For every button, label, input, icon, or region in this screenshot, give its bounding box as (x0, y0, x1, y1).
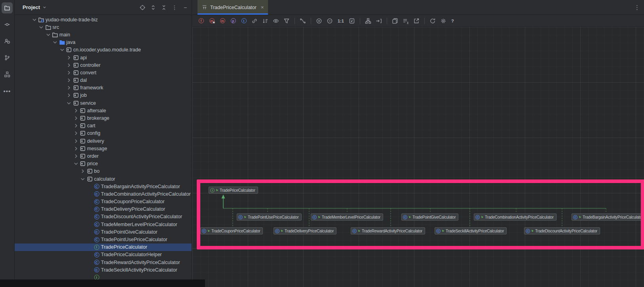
tree-item-brokerage[interactable]: brokerage (15, 114, 192, 122)
package-icon (79, 153, 86, 159)
more-tools-button[interactable]: ••• (2, 85, 13, 96)
project-panel-title[interactable]: Project (23, 4, 40, 10)
locate-file-button[interactable] (139, 4, 146, 11)
tree-item-aftersale[interactable]: aftersale (15, 107, 192, 114)
chevron-expanded-icon[interactable] (80, 176, 86, 182)
show-properties-toggle[interactable]: p (230, 17, 237, 25)
tree-item-tradepointusepricecalculator[interactable]: CTradePointUsePriceCalculator (15, 236, 192, 243)
tree-item-main[interactable]: main (15, 31, 192, 38)
chevron-down-icon[interactable] (42, 5, 47, 9)
tree-item-convert[interactable]: convert (15, 69, 192, 76)
tree-item-api[interactable]: api (15, 54, 192, 61)
chevron-expanded-icon[interactable] (72, 160, 79, 167)
tree-item-tradepointgivecalculator[interactable]: CTradePointGiveCalculator (15, 228, 192, 236)
options-kebab-button[interactable]: ⋮ (171, 4, 178, 11)
chevron-expanded-icon[interactable] (45, 32, 51, 38)
tree-item-label: TradeDiscountActivityPriceCalculator (101, 214, 182, 219)
close-tab-icon[interactable]: × (261, 4, 264, 10)
chevron-collapsed-icon[interactable] (72, 123, 79, 129)
diagram-canvas[interactable]: ITradePriceCalculatorCTradePointUsePrice… (192, 27, 644, 287)
chevron-collapsed-icon[interactable] (66, 92, 72, 98)
tree-item-tradecouponpricecalculator[interactable]: CTradeCouponPriceCalculator (15, 198, 192, 206)
tree-item-service[interactable]: service (15, 99, 192, 107)
tree-item-bo[interactable]: bo (15, 168, 192, 175)
chevron-expanded-icon[interactable] (38, 24, 45, 30)
chevron-collapsed-icon[interactable] (66, 55, 72, 61)
sort-members-button[interactable] (262, 17, 269, 25)
version-control-tool-button[interactable] (2, 52, 13, 63)
chevron-collapsed-icon[interactable] (80, 168, 86, 174)
expand-all-button[interactable] (150, 4, 156, 11)
tree-item-tradecombinationactivitypricecalculator[interactable]: CTradeCombinationActivityPriceCalculator (15, 190, 192, 198)
chevron-collapsed-icon[interactable] (72, 138, 79, 144)
chevron-expanded-icon[interactable] (52, 39, 59, 45)
tree-item-tradedeliverypricecalculator[interactable]: CTradeDeliveryPriceCalculator (15, 206, 192, 213)
copy-diagram-button[interactable] (391, 17, 399, 25)
help-button[interactable]: ? (450, 17, 455, 25)
collapse-all-button[interactable] (161, 4, 167, 11)
tree-item-tradediscountactivitypricecalculator[interactable]: CTradeDiscountActivityPriceCalculator (15, 213, 192, 221)
chevron-collapsed-icon[interactable] (72, 153, 79, 159)
tree-item-src[interactable]: src (15, 23, 192, 31)
tree-item-controller[interactable]: controller (15, 61, 192, 69)
edge-creation-mode-button[interactable] (299, 17, 306, 25)
package-icon (72, 70, 80, 76)
tree-item-tradememberlevelpricecalculator[interactable]: CTradeMemberLevelPriceCalculator (15, 221, 192, 228)
tree-item-label: bo (94, 168, 100, 174)
tab-trade-price-calculator[interactable]: TradePriceCalculator × (198, 0, 268, 15)
project-tool-button[interactable] (2, 2, 13, 13)
tree-item-message[interactable]: message (15, 145, 192, 152)
chevron-collapsed-icon[interactable] (72, 130, 79, 136)
show-inner-classes-toggle[interactable]: I (240, 17, 247, 25)
chevron-collapsed-icon[interactable] (66, 70, 72, 76)
show-node-details-button[interactable] (402, 17, 409, 25)
zoom-in-button[interactable] (315, 17, 323, 25)
tree-item-tradebargainactivitypricecalculator[interactable]: CTradeBargainActivityPriceCalculator (15, 183, 192, 190)
apply-layout-button[interactable] (365, 17, 372, 25)
learn-tool-button[interactable] (2, 36, 13, 47)
chevron-collapsed-icon[interactable] (66, 77, 72, 83)
tree-item-yudao-module-trade-biz[interactable]: yudao-module-trade-biz (15, 16, 192, 23)
tree-item-dal[interactable]: dal (15, 77, 192, 84)
chevron-expanded-icon[interactable] (66, 100, 72, 106)
show-fields-toggle[interactable]: f (198, 17, 205, 25)
structure-tool-button[interactable] (2, 69, 13, 80)
tree-item-job[interactable]: job (15, 92, 192, 99)
tree-item-framework[interactable]: framework (15, 84, 192, 92)
tree-item-label: TradePointUsePriceCalculator (101, 237, 167, 242)
refresh-diagram-button[interactable] (429, 17, 436, 25)
tree-item-delivery[interactable]: delivery (15, 137, 192, 145)
chevron-expanded-icon[interactable] (31, 17, 38, 23)
tree-item-tradeseckillactivitypricecalculator[interactable]: CTradeSeckillActivityPriceCalculator (15, 266, 192, 274)
tree-item-tradepricecalculator[interactable]: ITradePriceCalculator (15, 244, 192, 251)
diagram-settings-button[interactable] (440, 17, 447, 25)
chevron-collapsed-icon[interactable] (72, 145, 79, 152)
tree-item-cart[interactable]: cart (15, 122, 192, 130)
chevron-collapsed-icon[interactable] (72, 115, 79, 121)
show-constructors-toggle[interactable]: m★ (208, 17, 215, 25)
actual-size-button[interactable]: 1:1 (337, 17, 345, 25)
commit-tool-button[interactable] (2, 19, 13, 30)
show-dependencies-button[interactable] (251, 17, 258, 25)
tree-item-cn-iocoder-yudao-module-trade[interactable]: cn.iocoder.yudao.module.trade (15, 46, 192, 54)
filter-button[interactable] (283, 17, 290, 25)
tree-item-order[interactable]: order (15, 152, 192, 160)
hide-panel-button[interactable]: − (182, 4, 188, 11)
tree-item-traderewardactivitypricecalculator[interactable]: CTradeRewardActivityPriceCalculator (15, 259, 192, 266)
show-methods-toggle[interactable]: m (219, 17, 226, 25)
tree-item-java[interactable]: java (15, 39, 192, 46)
tree-item-tradepricecalculatorhelper[interactable]: CTradePriceCalculatorHelper (15, 251, 192, 259)
visibility-level-button[interactable] (272, 17, 279, 25)
export-diagram-button[interactable] (413, 17, 420, 25)
tree-item-config[interactable]: config (15, 130, 192, 137)
window-options-kebab-icon[interactable]: ⋮ (634, 4, 640, 11)
zoom-out-button[interactable] (326, 17, 333, 25)
tree-item-calculator[interactable]: calculator (15, 175, 192, 183)
route-edges-button[interactable] (375, 17, 382, 25)
tree-item-price[interactable]: price (15, 160, 192, 168)
chevron-collapsed-icon[interactable] (72, 108, 79, 114)
chevron-expanded-icon[interactable] (59, 47, 65, 53)
fit-content-button[interactable] (348, 17, 355, 25)
chevron-collapsed-icon[interactable] (66, 62, 72, 68)
chevron-collapsed-icon[interactable] (66, 85, 72, 91)
